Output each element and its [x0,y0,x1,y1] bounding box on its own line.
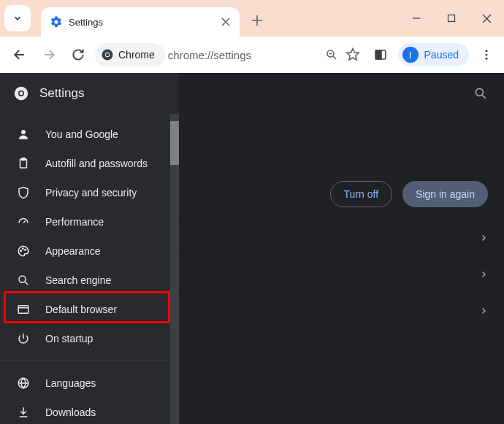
svg-point-16 [20,250,22,252]
settings-row[interactable] [179,292,491,328]
sidebar-header: Settings [0,73,179,114]
settings-search-button[interactable] [473,86,488,101]
chrome-logo-icon [13,85,29,101]
sidebar-item-label: On startup [45,333,93,344]
clipboard-icon [16,157,31,170]
sidebar-item-search-engine[interactable]: Search engine [0,266,179,295]
sidebar-item-label: Privacy and security [45,187,137,198]
tab-close-button[interactable] [219,15,232,28]
browser-window-icon [16,303,31,316]
chrome-chip-label: Chrome [118,49,155,61]
reload-icon [71,47,85,62]
maximize-icon [447,14,456,23]
sidebar-item-on-startup[interactable]: On startup [0,324,179,353]
chevron-right-icon [479,234,488,242]
turn-off-button[interactable]: Turn off [330,181,392,207]
sidebar-item-label: Autofill and passwords [45,158,148,169]
bookmark-star-icon[interactable] [345,47,360,62]
sidebar-divider [0,361,170,361]
side-panel-icon [374,48,387,61]
close-icon [482,14,492,23]
search-icon [473,86,488,101]
close-icon [221,18,230,26]
window-maximize-button[interactable] [434,0,469,36]
content-area: Settings You and Google Autofill and pas… [0,73,504,424]
svg-point-17 [23,248,24,250]
shield-icon [16,186,31,199]
url-text: chrome://settings [168,49,325,61]
sidebar-item-languages[interactable]: Languages [0,369,179,398]
search-icon [16,274,31,287]
side-panel-button[interactable] [367,42,394,68]
sidebar-item-performance[interactable]: Performance [0,207,179,236]
svg-point-9 [486,58,488,60]
svg-point-8 [486,54,488,56]
chrome-menu-button[interactable] [473,42,500,68]
zoom-icon[interactable] [325,48,338,61]
sidebar-item-label: Performance [45,216,104,228]
svg-point-12 [20,92,23,96]
power-icon [16,332,31,345]
globe-icon [16,377,31,390]
sidebar-list: You and Google Autofill and passwords Pr… [0,114,179,424]
settings-row[interactable] [179,255,491,292]
svg-point-19 [19,276,26,282]
svg-rect-20 [18,306,28,314]
chevron-right-icon [479,307,488,315]
forward-button[interactable] [37,42,61,67]
speedometer-icon [16,215,31,228]
sidebar-title: Settings [39,86,84,101]
kebab-icon [480,48,493,61]
palette-icon [16,244,31,258]
minimize-icon [412,14,421,23]
settings-row[interactable] [179,219,491,255]
svg-rect-6 [375,50,381,59]
settings-gear-icon [50,15,63,28]
svg-rect-0 [448,15,455,22]
profile-paused-chip[interactable]: I Paused [398,43,469,66]
sidebar-item-appearance[interactable]: Appearance [0,236,179,266]
address-bar[interactable]: Chrome chrome://settings [95,42,363,68]
sidebar-item-you-and-google[interactable]: You and Google [0,120,179,149]
arrow-right-icon [42,47,56,62]
sidebar-item-label: Languages [45,377,96,389]
svg-point-7 [486,50,488,52]
sidebar-item-autofill[interactable]: Autofill and passwords [0,149,179,178]
svg-point-18 [25,249,26,250]
svg-point-3 [106,53,110,57]
sidebar-item-label: Search engine [45,274,111,286]
sidebar-item-label: You and Google [45,128,118,140]
sidebar-item-downloads[interactable]: Downloads [0,398,179,424]
back-button[interactable] [7,42,32,67]
avatar-initial: I [409,50,412,61]
plus-icon [251,15,263,26]
svg-point-22 [476,88,483,96]
sign-in-again-label: Sign in again [416,188,475,200]
sidebar-item-default-browser[interactable]: Default browser [0,295,179,324]
arrow-left-icon [12,47,27,62]
browser-tab[interactable]: Settings [41,7,240,36]
turn-off-label: Turn off [344,188,378,200]
svg-point-13 [21,130,26,134]
window-minimize-button[interactable] [399,0,434,36]
tab-search-button[interactable] [4,5,31,31]
chevron-down-icon [12,13,23,23]
tab-title: Settings [69,17,213,28]
sidebar-item-label: Default browser [45,304,117,315]
sidebar-item-label: Appearance [45,245,101,257]
new-tab-button[interactable] [247,10,267,31]
window-close-button[interactable] [469,0,504,36]
sidebar-item-privacy[interactable]: Privacy and security [0,178,179,207]
chrome-icon [101,48,114,61]
sidebar-item-label: Downloads [45,406,96,418]
chevron-right-icon [479,270,488,279]
browser-toolbar: Chrome chrome://settings I Paused [0,36,504,73]
paused-label: Paused [424,49,459,61]
chrome-chip[interactable]: Chrome [95,43,165,66]
settings-main: Turn off Sign in again [179,73,504,424]
svg-rect-15 [22,158,26,161]
sign-in-again-button[interactable]: Sign in again [402,181,488,207]
download-icon [16,406,31,419]
profile-avatar: I [402,47,419,63]
reload-button[interactable] [66,42,91,67]
